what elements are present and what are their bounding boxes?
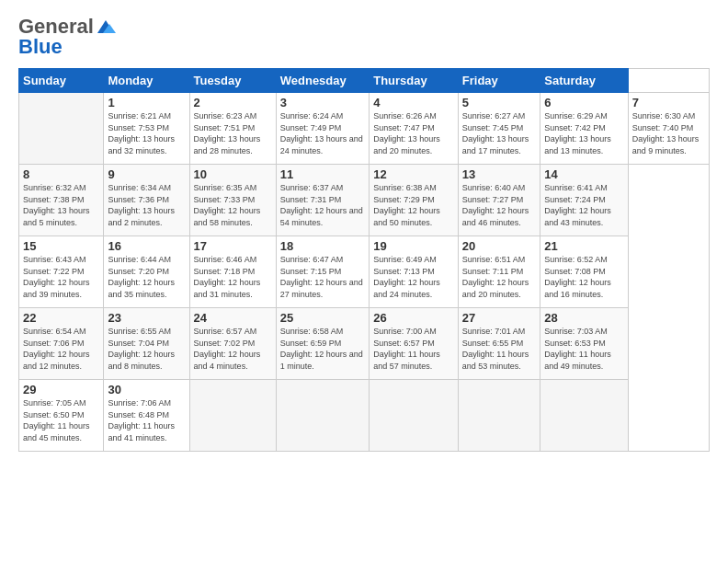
day-number: 11 [280,167,365,181]
day-number: 13 [462,167,537,181]
day-info: Sunrise: 7:05 AMSunset: 6:50 PMDaylight:… [23,397,99,443]
day-number: 27 [462,311,537,325]
calendar-cell: 24Sunrise: 6:57 AMSunset: 7:02 PMDayligh… [189,308,276,380]
day-number: 16 [108,239,185,253]
logo-icon [96,18,116,35]
day-info: Sunrise: 6:43 AMSunset: 7:22 PMDaylight:… [23,254,99,300]
calendar-week-row: 15Sunrise: 6:43 AMSunset: 7:22 PMDayligh… [19,236,710,308]
weekday-header-sunday: Sunday [19,69,104,93]
calendar-cell: 29Sunrise: 7:05 AMSunset: 6:50 PMDayligh… [19,380,104,452]
day-number: 4 [373,96,454,109]
calendar-cell [189,380,276,452]
header: General Blue [18,15,710,59]
calendar-cell: 30Sunrise: 7:06 AMSunset: 6:48 PMDayligh… [104,380,189,452]
calendar-cell: 2Sunrise: 6:23 AMSunset: 7:51 PMDaylight… [189,93,276,165]
calendar-cell: 20Sunrise: 6:51 AMSunset: 7:11 PMDayligh… [458,236,540,308]
day-info: Sunrise: 6:21 AMSunset: 7:53 PMDaylight:… [108,110,185,156]
day-info: Sunrise: 7:01 AMSunset: 6:55 PMDaylight:… [462,326,537,372]
day-number: 24 [194,311,272,325]
day-info: Sunrise: 6:37 AMSunset: 7:31 PMDaylight:… [280,182,365,228]
weekday-header-monday: Monday [104,69,189,93]
calendar-table: SundayMondayTuesdayWednesdayThursdayFrid… [18,68,710,452]
day-number: 15 [23,239,99,253]
day-number: 22 [23,311,99,325]
day-info: Sunrise: 6:23 AMSunset: 7:51 PMDaylight:… [194,110,272,156]
day-info: Sunrise: 6:35 AMSunset: 7:33 PMDaylight:… [194,182,272,228]
day-info: Sunrise: 7:06 AMSunset: 6:48 PMDaylight:… [108,397,185,443]
day-info: Sunrise: 6:46 AMSunset: 7:18 PMDaylight:… [194,254,272,300]
calendar-cell: 18Sunrise: 6:47 AMSunset: 7:15 PMDayligh… [276,236,369,308]
day-number: 26 [373,311,454,325]
day-number: 29 [23,383,99,396]
calendar-cell: 15Sunrise: 6:43 AMSunset: 7:22 PMDayligh… [19,236,104,308]
calendar-cell: 1Sunrise: 6:21 AMSunset: 7:53 PMDaylight… [104,93,189,165]
day-info: Sunrise: 6:38 AMSunset: 7:29 PMDaylight:… [373,182,454,228]
logo-blue-text: Blue [18,35,63,59]
day-info: Sunrise: 6:52 AMSunset: 7:08 PMDaylight:… [544,254,624,300]
page: General Blue SundayMondayTuesdayWednesda… [0,0,728,563]
calendar-cell: 19Sunrise: 6:49 AMSunset: 7:13 PMDayligh… [370,236,459,308]
day-number: 1 [108,96,185,109]
day-number: 18 [280,239,365,253]
calendar-cell [276,380,369,452]
calendar-cell: 6Sunrise: 6:29 AMSunset: 7:42 PMDaylight… [540,93,629,165]
calendar-cell: 28Sunrise: 7:03 AMSunset: 6:53 PMDayligh… [540,308,629,380]
day-number: 25 [280,311,365,325]
calendar-cell [19,93,104,165]
calendar-cell: 17Sunrise: 6:46 AMSunset: 7:18 PMDayligh… [189,236,276,308]
day-number: 5 [462,96,537,109]
day-info: Sunrise: 6:41 AMSunset: 7:24 PMDaylight:… [544,182,624,228]
day-info: Sunrise: 6:54 AMSunset: 7:06 PMDaylight:… [23,326,99,372]
day-number: 21 [544,239,624,253]
day-number: 19 [373,239,454,253]
calendar-cell: 8Sunrise: 6:32 AMSunset: 7:38 PMDaylight… [19,165,104,236]
day-info: Sunrise: 6:34 AMSunset: 7:36 PMDaylight:… [108,182,185,228]
calendar-cell: 25Sunrise: 6:58 AMSunset: 6:59 PMDayligh… [276,308,369,380]
day-info: Sunrise: 6:44 AMSunset: 7:20 PMDaylight:… [108,254,185,300]
calendar-cell: 5Sunrise: 6:27 AMSunset: 7:45 PMDaylight… [458,93,540,165]
day-info: Sunrise: 6:58 AMSunset: 6:59 PMDaylight:… [280,326,365,372]
calendar-cell: 13Sunrise: 6:40 AMSunset: 7:27 PMDayligh… [458,165,540,236]
day-number: 17 [194,239,272,253]
day-info: Sunrise: 7:00 AMSunset: 6:57 PMDaylight:… [373,326,454,372]
day-number: 8 [23,167,99,181]
calendar-cell [540,380,629,452]
day-number: 20 [462,239,537,253]
calendar-cell: 16Sunrise: 6:44 AMSunset: 7:20 PMDayligh… [104,236,189,308]
calendar-header-row: SundayMondayTuesdayWednesdayThursdayFrid… [19,69,710,93]
day-info: Sunrise: 6:27 AMSunset: 7:45 PMDaylight:… [462,110,537,156]
calendar-cell: 9Sunrise: 6:34 AMSunset: 7:36 PMDaylight… [104,165,189,236]
calendar-cell: 22Sunrise: 6:54 AMSunset: 7:06 PMDayligh… [19,308,104,380]
day-info: Sunrise: 6:40 AMSunset: 7:27 PMDaylight:… [462,182,537,228]
day-number: 3 [280,96,365,109]
day-info: Sunrise: 6:24 AMSunset: 7:49 PMDaylight:… [280,110,365,156]
day-info: Sunrise: 6:32 AMSunset: 7:38 PMDaylight:… [23,182,99,228]
day-number: 14 [544,167,624,181]
calendar-cell: 21Sunrise: 6:52 AMSunset: 7:08 PMDayligh… [540,236,629,308]
calendar-cell: 7Sunrise: 6:30 AMSunset: 7:40 PMDaylight… [628,93,709,165]
day-number: 30 [108,383,185,396]
day-number: 28 [544,311,624,325]
calendar-cell: 10Sunrise: 6:35 AMSunset: 7:33 PMDayligh… [189,165,276,236]
calendar-week-row: 22Sunrise: 6:54 AMSunset: 7:06 PMDayligh… [19,308,710,380]
day-number: 9 [108,167,185,181]
day-number: 10 [194,167,272,181]
day-info: Sunrise: 6:26 AMSunset: 7:47 PMDaylight:… [373,110,454,156]
weekday-header-thursday: Thursday [370,69,459,93]
calendar-cell: 12Sunrise: 6:38 AMSunset: 7:29 PMDayligh… [370,165,459,236]
day-info: Sunrise: 6:51 AMSunset: 7:11 PMDaylight:… [462,254,537,300]
calendar-week-row: 29Sunrise: 7:05 AMSunset: 6:50 PMDayligh… [19,380,710,452]
weekday-header-saturday: Saturday [540,69,629,93]
calendar-week-row: 8Sunrise: 6:32 AMSunset: 7:38 PMDaylight… [19,165,710,236]
day-info: Sunrise: 6:30 AMSunset: 7:40 PMDaylight:… [632,110,705,156]
day-info: Sunrise: 6:57 AMSunset: 7:02 PMDaylight:… [194,326,272,372]
calendar-cell [458,380,540,452]
day-number: 23 [108,311,185,325]
calendar-cell: 4Sunrise: 6:26 AMSunset: 7:47 PMDaylight… [370,93,459,165]
calendar-cell: 14Sunrise: 6:41 AMSunset: 7:24 PMDayligh… [540,165,629,236]
calendar-cell [370,380,459,452]
calendar-cell: 23Sunrise: 6:55 AMSunset: 7:04 PMDayligh… [104,308,189,380]
day-number: 7 [632,96,705,109]
calendar-cell: 11Sunrise: 6:37 AMSunset: 7:31 PMDayligh… [276,165,369,236]
day-info: Sunrise: 6:49 AMSunset: 7:13 PMDaylight:… [373,254,454,300]
